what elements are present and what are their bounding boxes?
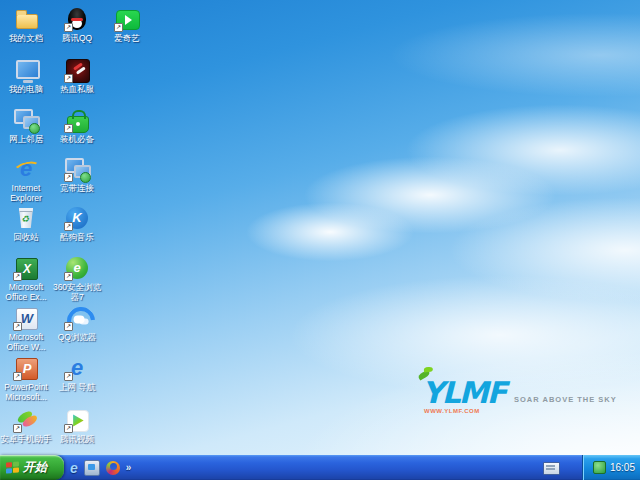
icon-label: 我的电脑 <box>0 85 52 95</box>
shortcut-arrow-icon <box>64 23 73 32</box>
icon-label: 酷狗音乐 <box>51 233 103 243</box>
desktop-icon-nav[interactable]: 上网 导航 <box>51 355 103 393</box>
clock[interactable]: 16:05 <box>610 462 635 473</box>
desktop-icon-my-computer[interactable]: 我的电脑 <box>0 57 52 95</box>
desktop-icon-tencent-video[interactable]: 腾讯视频 <box>51 407 103 445</box>
green-status-icon[interactable] <box>593 461 606 474</box>
desktop-icon-broadband[interactable]: 宽带连接 <box>51 156 103 194</box>
word-icon <box>13 305 39 331</box>
icon-label: 腾讯QQ <box>51 34 103 44</box>
shortcut-arrow-icon <box>13 272 22 281</box>
tencent-video-icon <box>64 407 90 433</box>
desktop-icon-iqiyi[interactable]: 爱奇艺 <box>101 6 153 44</box>
game-icon <box>64 57 90 83</box>
shortcut-arrow-icon <box>64 124 73 133</box>
shortcut-arrow-icon <box>13 322 22 331</box>
shortcut-arrow-icon <box>64 424 73 433</box>
desktop-icon-word[interactable]: Microsoft Office W... <box>0 305 52 353</box>
shortcut-arrow-icon <box>64 322 73 331</box>
360-browser-icon <box>64 255 90 281</box>
icon-label: 上网 导航 <box>51 383 103 393</box>
icon-label: 爱奇艺 <box>101 34 153 44</box>
desktop-icon-phone-assistant[interactable]: 安卓手机助手 <box>0 407 52 445</box>
icon-label: Microsoft Office W... <box>0 333 52 353</box>
nav-e-icon <box>64 355 90 381</box>
icon-label: 360安全浏览器7 <box>51 283 103 303</box>
icon-label: 装机必备 <box>51 135 103 145</box>
software-bag-icon <box>64 107 90 133</box>
swoosh-app-icon[interactable] <box>106 461 120 475</box>
kugou-music-icon <box>64 205 90 231</box>
desktop-icon-powerpoint[interactable]: PowerPoint Microsoft... <box>0 355 52 403</box>
icon-label: Microsoft Office Ex... <box>0 283 52 303</box>
logo-url: WWW.YLMF.COM <box>424 408 480 414</box>
network-places-icon <box>13 107 39 133</box>
quick-launch-bar: e » <box>70 455 131 480</box>
system-tray: 16:05 <box>582 455 640 480</box>
desktop-icon-kugou[interactable]: 酷狗音乐 <box>51 205 103 243</box>
logo-tagline: SOAR ABOVE THE SKY <box>514 395 617 404</box>
desktop-icon-internet-explorer[interactable]: Internet Explorer <box>0 156 52 204</box>
taskbar: 开始 e » 16:05 <box>0 455 640 480</box>
ylmf-watermark-logo: YLMF SOAR ABOVE THE SKY WWW.YLMF.COM <box>422 381 632 421</box>
iqiyi-icon <box>114 6 140 32</box>
icon-label: 回收站 <box>0 233 52 243</box>
icon-label: 网上邻居 <box>0 135 52 145</box>
shortcut-arrow-icon <box>64 372 73 381</box>
icon-label: 安卓手机助手 <box>0 435 52 445</box>
qq-browser-icon <box>64 305 90 331</box>
recycle-bin-icon <box>13 205 39 231</box>
shortcut-arrow-icon <box>64 222 73 231</box>
desktop-icon-360-browser[interactable]: 360安全浏览器7 <box>51 255 103 303</box>
icon-label: Internet Explorer <box>0 184 52 204</box>
desktop-icon-my-documents[interactable]: 我的文档 <box>0 6 52 44</box>
shortcut-arrow-icon <box>64 173 73 182</box>
ie-icon <box>13 156 39 182</box>
desktop-icon-excel[interactable]: Microsoft Office Ex... <box>0 255 52 303</box>
icon-label: PowerPoint Microsoft... <box>0 383 52 403</box>
qq-penguin-icon <box>64 6 90 32</box>
computer-icon <box>13 57 39 83</box>
icon-label: 腾讯视频 <box>51 435 103 445</box>
keyboard-language-icon[interactable] <box>543 462 560 475</box>
desktop-icon-network-places[interactable]: 网上邻居 <box>0 107 52 145</box>
folder-icon <box>13 6 39 32</box>
excel-icon <box>13 255 39 281</box>
icon-label: 热血私服 <box>51 85 103 95</box>
windows-flag-icon <box>6 461 19 474</box>
broadband-icon <box>64 156 90 182</box>
shortcut-arrow-icon <box>64 74 73 83</box>
shortcut-arrow-icon <box>64 272 73 281</box>
shortcut-arrow-icon <box>114 23 123 32</box>
shortcut-arrow-icon <box>13 424 22 433</box>
app-window-icon[interactable] <box>84 460 100 476</box>
desktop-icon-tencent-qq[interactable]: 腾讯QQ <box>51 6 103 44</box>
icon-label: 宽带连接 <box>51 184 103 194</box>
ie-icon[interactable]: e <box>70 460 78 476</box>
desktop-icon-recycle-bin[interactable]: 回收站 <box>0 205 52 243</box>
shortcut-arrow-icon <box>13 372 22 381</box>
powerpoint-icon <box>13 355 39 381</box>
phone-assistant-icon <box>13 407 39 433</box>
desktop-wallpaper: 我的文档 腾讯QQ 爱奇艺 我的电脑 热血私服 网上邻居 装机必备 Intern… <box>0 0 640 455</box>
start-button-label: 开始 <box>23 459 47 476</box>
icon-label: 我的文档 <box>0 34 52 44</box>
desktop-icon-software-bag[interactable]: 装机必备 <box>51 107 103 145</box>
start-button[interactable]: 开始 <box>0 455 64 480</box>
desktop-icon-game[interactable]: 热血私服 <box>51 57 103 95</box>
chevron-overflow-icon[interactable]: » <box>126 462 132 473</box>
logo-text: YLMF <box>422 375 505 410</box>
desktop-icon-qq-browser[interactable]: QQ浏览器 <box>51 305 103 343</box>
